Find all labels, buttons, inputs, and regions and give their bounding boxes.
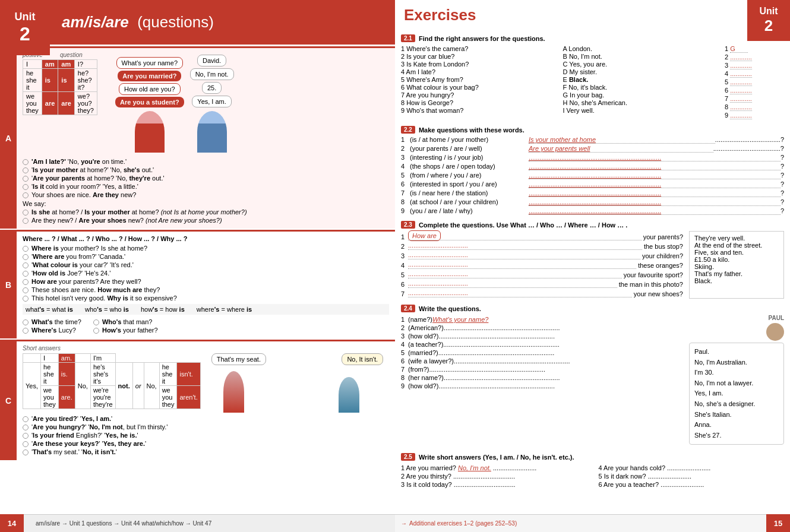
paul-bubble: Paul. No, I'm Australian. I'm 30. No, I'… <box>689 343 784 445</box>
response-item: That's my father. <box>694 270 779 277</box>
answer-field[interactable]: ................................. <box>408 251 640 259</box>
q-item: 2 ............ <box>725 53 784 61</box>
bullet-item: Is she at home? / Is your mother at home… <box>23 208 389 216</box>
answer-field[interactable]: ........................................… <box>443 341 560 348</box>
character-man: David. No, I'm not. 25. Yes, I am. <box>190 55 234 153</box>
answer-field[interactable]: ........................................… <box>438 332 555 340</box>
ex24-layout: 1 (name?) What's your name? 2 (American?… <box>401 315 784 447</box>
bullet-circle <box>23 262 29 268</box>
q-row: 9 (you / are / late / why) .............… <box>401 207 784 215</box>
exercises-title: Exercises <box>404 6 476 24</box>
answer-field[interactable]: ........................................… <box>529 180 780 188</box>
section-c-label: C <box>0 341 17 460</box>
page-number-left: 14 <box>0 514 24 532</box>
answer-field[interactable]: Is your mother at home <box>529 136 715 144</box>
answer-field[interactable]: ........................................… <box>454 357 570 365</box>
section-b-content: Where ... ? / What ... ? / Who ... ? / H… <box>17 232 395 338</box>
answer-field[interactable]: ............ <box>730 78 752 86</box>
q-row: 4 ................................. thes… <box>401 261 683 269</box>
answer-field[interactable]: ........................................… <box>438 349 555 356</box>
answer-field[interactable]: ................................. <box>408 242 642 250</box>
q-item: 4 ............ <box>725 70 784 78</box>
answer-field[interactable]: How are <box>408 232 642 240</box>
answer-field[interactable]: ........................................… <box>444 324 560 331</box>
answer-field[interactable]: ........................................… <box>529 163 780 170</box>
answer-field[interactable]: ........................................… <box>529 207 780 215</box>
answer-field[interactable]: .................................. <box>453 473 515 480</box>
answer-field[interactable]: ............ <box>730 87 752 94</box>
answer-field[interactable]: Are your parents well <box>529 145 713 153</box>
response-item: Black. <box>694 277 779 284</box>
answer-field[interactable]: ........................................… <box>529 154 780 162</box>
answer-field[interactable]: ........................ <box>661 481 704 488</box>
answer-field[interactable]: ........................................… <box>438 382 555 390</box>
exercise-2-1-header: 2.1 Find the right answers for the quest… <box>401 34 784 42</box>
section-a-we-say: We say: <box>23 200 389 207</box>
seat-illustration: That's my seat. No, It isn't. <box>206 353 389 413</box>
ex25-col2: 4 Are your hands cold? .................… <box>599 463 785 489</box>
answer-field[interactable]: ................................. <box>408 289 632 297</box>
answer-field[interactable]: ........................................… <box>444 374 560 381</box>
answer-field[interactable]: ............ <box>730 112 752 119</box>
answer-field[interactable]: ........................................… <box>529 198 780 206</box>
paul-answer: She's Italian. <box>694 410 779 420</box>
exercise-2-4: 2.4 Write the questions. 1 (name?) What'… <box>401 305 784 447</box>
ex23-instruction: Complete the questions. Use What … / Who… <box>419 221 627 229</box>
q-item: 1 Where's the camera? <box>401 45 558 52</box>
ex24-paul-responses: PAUL Paul. No, I'm Australian. I'm 30. N… <box>689 315 784 447</box>
bullet-circle <box>23 246 29 252</box>
response-item: They're very well. <box>694 235 779 242</box>
bullet-circle <box>23 425 29 430</box>
page-footer-right: → Additional exercises 1–2 (pages 252–53… <box>395 514 790 532</box>
exercise-2-2: 2.2 Make questions with these words. 1 (… <box>401 126 784 215</box>
answer-field[interactable]: ............ <box>730 103 752 111</box>
ex21-answers-col: A London. B No, I'm not. C Yes, you are.… <box>563 45 721 120</box>
ex21-grid: 1 Where's the camera? 2 Is your car blue… <box>401 45 784 120</box>
answer-field[interactable]: ........................................… <box>529 189 780 197</box>
answer-field[interactable]: No, I'm not. <box>458 464 491 471</box>
bullet-circle <box>23 192 29 198</box>
bullet-circle <box>23 176 29 182</box>
q-row: 9 (how old?) ...........................… <box>401 382 683 390</box>
bullet-circle <box>23 254 29 260</box>
ex24-questions: 1 (name?) What's your name? 2 (American?… <box>401 315 683 447</box>
bullet-circle <box>23 441 29 447</box>
answer-field[interactable]: ............ <box>730 95 752 103</box>
ex24-num: 2.4 <box>401 305 415 312</box>
q-row: 6 (interested in sport / you / are) ....… <box>401 180 784 188</box>
man-figure <box>197 111 227 153</box>
answer-field[interactable]: ........................................… <box>529 172 780 179</box>
answer-field[interactable]: ............ <box>730 70 752 78</box>
section-a-label: A <box>0 48 17 229</box>
ex21-instruction: Find the right answers for the questions… <box>419 35 545 42</box>
answer-field[interactable]: ................................. <box>408 270 622 278</box>
b-examples-cols: What's the time? Where's Lucy? Who's tha… <box>23 317 389 335</box>
ex22-num: 2.2 <box>401 126 415 134</box>
q-header: question <box>60 52 108 58</box>
no-it-isnt-bubble: No, It isn't. <box>342 353 383 365</box>
answer-field[interactable]: ........................................… <box>429 366 545 373</box>
q-item: 7 Are you hungry? <box>401 91 558 99</box>
bullet-item: Who's that man? <box>93 318 158 325</box>
answer-field[interactable]: .................................. <box>454 481 516 488</box>
paul-answer: I'm 30. <box>694 368 779 378</box>
bubble-student: Are you a student? <box>115 97 184 107</box>
b-col1: What's the time? Where's Lucy? <box>23 317 81 335</box>
answer-field[interactable]: ............ <box>730 62 752 69</box>
answer-field[interactable]: ........................ <box>667 464 710 471</box>
answer-field[interactable]: ............ <box>730 53 752 61</box>
bullet-item: 'Where are you from?' 'Canada.' <box>23 253 389 260</box>
bullet-item: Your shoes are nice. Are they new? <box>23 191 389 198</box>
ex25-num: 2.5 <box>401 453 415 461</box>
page-number-right: 15 <box>766 514 790 532</box>
ex21-fill-col: 1 G 2 ............ 3 ............ 4 ....… <box>725 45 784 120</box>
answer-field[interactable]: What's your name? <box>432 316 488 323</box>
section-a-content: positive question I am am I? heshei <box>17 48 395 229</box>
answer-field[interactable]: ........................ <box>648 473 691 480</box>
section-a-bullets: 'Am I late?' 'No, you're on time.' 'Is y… <box>23 158 389 198</box>
answer-field[interactable]: G <box>730 45 748 53</box>
bubble-david: David. <box>197 55 226 66</box>
answer-field[interactable]: ................................. <box>408 261 636 269</box>
bullet-circle <box>23 271 29 277</box>
answer-field[interactable]: ................................. <box>408 280 617 288</box>
